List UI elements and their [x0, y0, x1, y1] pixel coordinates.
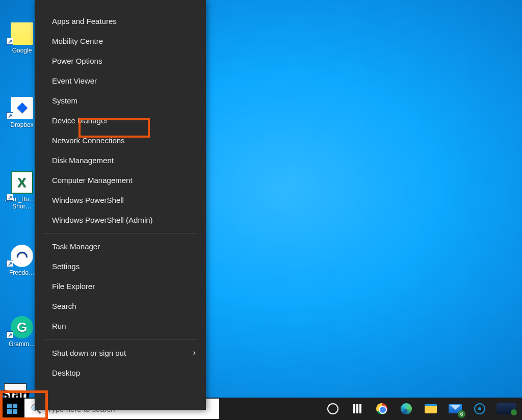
winx-item-search[interactable]: Search	[35, 296, 206, 316]
winx-item-power-options[interactable]: Power Options	[35, 51, 206, 71]
menu-item-label: Search	[52, 302, 76, 310]
svg-rect-0	[7, 404, 12, 408]
menu-item-label: Windows PowerShell (Admin)	[52, 216, 153, 224]
menu-item-label: Shut down or sign out	[52, 349, 126, 357]
winx-item-mobility-centre[interactable]: Mobility Centre	[35, 31, 206, 51]
grammarly-icon: G	[11, 316, 33, 338]
winx-item-task-manager[interactable]: Task Manager	[35, 237, 206, 256]
menu-item-label: Network Connections	[52, 136, 125, 145]
svg-rect-3	[13, 409, 17, 414]
taskbar-app-edge[interactable]	[394, 398, 419, 420]
winx-item-desktop[interactable]: Desktop	[35, 363, 206, 383]
freedome-icon: ◠	[11, 245, 33, 267]
winx-item-windows-powershell-admin[interactable]: Windows PowerShell (Admin)	[35, 210, 206, 230]
menu-item-label: System	[52, 96, 77, 105]
shortcut-arrow-icon: ↗	[6, 194, 13, 201]
shortcut-arrow-icon: ↗	[6, 260, 13, 267]
winx-menu: Apps and Features Mobility Centre Power …	[35, 0, 206, 410]
menu-item-label: File Explorer	[52, 282, 95, 291]
edge-icon	[401, 403, 412, 414]
start-button[interactable]	[0, 398, 24, 420]
menu-item-label: Event Viewer	[52, 76, 97, 85]
winx-item-settings[interactable]: Settings	[35, 256, 206, 276]
google-icon	[11, 22, 33, 45]
menu-item-label: Task Manager	[52, 242, 100, 251]
winx-item-network-connections[interactable]: Network Connections	[35, 130, 206, 150]
mail-badge-count: 6	[458, 410, 465, 418]
taskbar-task-view-button[interactable]	[345, 398, 370, 420]
winx-item-run[interactable]: Run	[35, 316, 206, 336]
winx-item-shut-down-or-sign-out[interactable]: Shut down or sign out ›	[35, 343, 206, 363]
shortcut-arrow-icon: ↗	[6, 38, 13, 45]
cortana-icon	[327, 403, 338, 414]
file-explorer-icon	[425, 404, 437, 413]
chevron-right-icon: ›	[193, 348, 196, 357]
winx-item-apps-and-features[interactable]: Apps and Features	[35, 11, 206, 31]
taskbar-app-chrome[interactable]	[370, 398, 394, 420]
remote-desktop-icon	[497, 403, 516, 414]
taskbar-right: 6	[321, 398, 522, 420]
taskbar-cortana-button[interactable]	[321, 398, 345, 420]
menu-item-label: Desktop	[52, 369, 80, 377]
menu-item-label: Power Options	[52, 57, 102, 65]
excel-icon: X	[11, 171, 33, 194]
dropbox-icon: ❖	[11, 97, 33, 119]
shortcut-arrow-icon: ↗	[6, 112, 13, 119]
winx-item-event-viewer[interactable]: Event Viewer	[35, 71, 206, 91]
taskbar-app-groove[interactable]	[467, 398, 492, 420]
task-view-icon	[353, 404, 361, 413]
winx-item-computer-management[interactable]: Computer Management	[35, 170, 206, 190]
menu-item-label: Device Manager	[52, 116, 108, 125]
menu-item-label: Windows PowerShell	[52, 196, 124, 204]
taskbar-app-mail[interactable]: 6	[443, 398, 467, 420]
menu-item-label: Disk Management	[52, 156, 114, 165]
menu-item-label: Apps and Features	[52, 17, 117, 25]
winx-item-disk-management[interactable]: Disk Management	[35, 150, 206, 170]
menu-separator	[44, 233, 197, 233]
menu-item-label: Run	[52, 322, 66, 330]
menu-item-label: Mobility Centre	[52, 37, 103, 45]
shortcut-arrow-icon: ↗	[6, 331, 13, 338]
groove-icon	[474, 403, 485, 414]
menu-item-label: Computer Management	[52, 176, 133, 185]
menu-separator	[44, 339, 197, 339]
svg-rect-2	[7, 409, 12, 414]
winx-item-file-explorer[interactable]: File Explorer	[35, 276, 206, 296]
chrome-icon	[376, 403, 387, 414]
winx-item-device-manager[interactable]: Device Manager	[35, 111, 206, 130]
winx-item-system[interactable]: System	[35, 91, 206, 111]
svg-rect-1	[13, 404, 17, 408]
taskbar-app-file-explorer[interactable]	[419, 398, 443, 420]
winx-item-windows-powershell[interactable]: Windows PowerShell	[35, 190, 206, 210]
windows-logo-icon	[7, 404, 17, 414]
taskbar-app-remote-desktop[interactable]	[492, 398, 520, 420]
menu-item-label: Settings	[52, 262, 80, 271]
